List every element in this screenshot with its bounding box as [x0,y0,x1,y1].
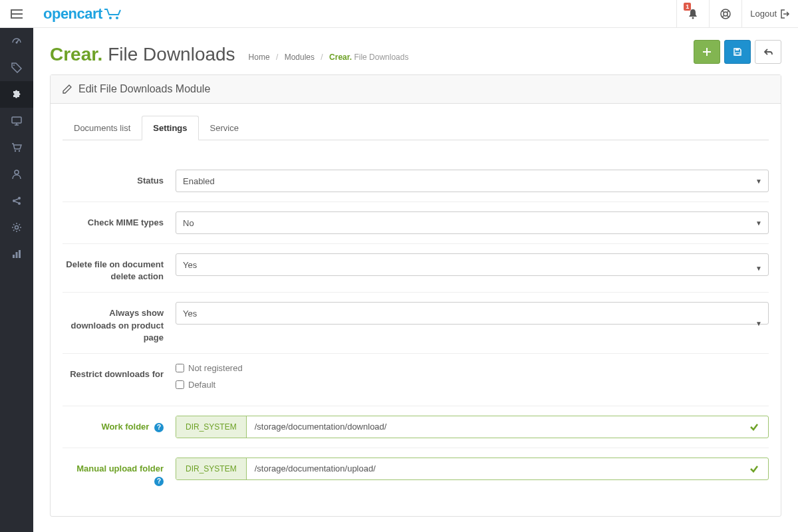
sidebar-system[interactable] [0,214,33,241]
checkbox-default[interactable] [176,380,184,389]
svg-point-15 [13,65,15,66]
main: Crear. File Downloads Home / Modules / C… [33,28,798,532]
svg-point-20 [19,150,20,152]
label-always-show: Always show downloads on product page [63,302,176,344]
page-title-prefix: Crear. [50,44,102,65]
svg-rect-29 [16,252,18,258]
logout-icon [781,9,790,19]
select-always-show[interactable]: Yes [176,302,769,325]
sidebar [0,28,33,532]
save-button[interactable] [724,40,751,64]
sidebar-extensions[interactable] [0,81,33,108]
reply-icon [763,47,773,57]
field-delete: Delete file on document delete action Ye… [63,244,769,293]
work-folder-input-group: DIR_SYSTEM [176,416,769,438]
svg-rect-1 [11,13,23,15]
label-mime: Check MIME types [63,211,176,234]
field-work-folder: Work folder ? DIR_SYSTEM [63,406,769,448]
svg-rect-2 [11,17,23,19]
svg-rect-30 [19,250,21,258]
header-actions [694,40,781,65]
dashboard-icon [11,36,22,47]
svg-point-21 [15,170,19,174]
menu-toggle-button[interactable] [0,0,33,28]
header-right: 1 Logout [676,0,798,28]
field-restrict: Restrict downloads for Not registered De… [63,354,769,406]
help-icon[interactable]: ? [154,477,164,486]
sidebar-dashboard[interactable] [0,28,33,55]
breadcrumb-modules[interactable]: Modules [285,53,315,62]
lifebuoy-icon [720,9,731,19]
field-upload-folder: Manual upload folder ? DIR_SYSTEM [63,448,769,496]
select-delete[interactable]: Yes [176,253,769,276]
notifications-button[interactable]: 1 [676,0,709,28]
save-icon [733,47,742,57]
top-header: opencart 1 Logout [0,0,798,28]
back-button[interactable] [755,40,781,64]
label-restrict: Restrict downloads for [63,363,176,396]
field-always-show: Always show downloads on product page Ye… [63,293,769,354]
upload-folder-input[interactable] [247,458,740,479]
svg-point-4 [109,17,112,19]
layout: Crear. File Downloads Home / Modules / C… [0,28,798,532]
page-title: Crear. File Downloads [50,44,235,65]
svg-line-9 [722,11,724,13]
svg-rect-16 [12,117,21,123]
upload-folder-prefix: DIR_SYSTEM [176,458,247,479]
svg-line-12 [728,15,730,17]
check-icon [740,458,768,479]
puzzle-icon [11,89,22,100]
sidebar-marketing[interactable] [0,188,33,214]
field-status: Status Enabled ▼ [63,160,769,202]
svg-point-27 [15,226,19,229]
tab-service[interactable]: Service [199,116,250,140]
svg-rect-3 [11,9,12,19]
sidebar-reports[interactable] [0,241,33,267]
logout-button[interactable]: Logout [741,0,798,28]
chart-icon [11,249,22,259]
svg-line-10 [728,11,730,13]
help-button[interactable] [709,0,741,28]
gear-icon [11,222,22,233]
work-folder-prefix: DIR_SYSTEM [176,416,247,438]
checkbox-label: Default [188,380,215,390]
label-status: Status [63,170,176,192]
sidebar-design[interactable] [0,108,33,134]
monitor-icon [11,116,22,126]
restrict-opt-default[interactable]: Default [176,380,769,390]
panel-body: Documents list Settings Service Status E… [51,104,781,516]
notif-badge: 1 [684,3,691,11]
logo[interactable]: opencart [33,5,122,23]
svg-rect-28 [13,255,15,258]
sidebar-customers[interactable] [0,161,33,188]
restrict-opt-not-registered[interactable]: Not registered [176,363,769,373]
sidebar-catalog[interactable] [0,55,33,81]
help-icon[interactable]: ? [154,423,164,432]
tab-documents[interactable]: Documents list [63,116,142,140]
work-folder-input[interactable] [247,416,740,438]
panel-heading-text: Edit File Downloads Module [78,83,210,95]
select-mime[interactable]: No [176,211,769,234]
upload-folder-input-group: DIR_SYSTEM [176,458,769,480]
sidebar-sales[interactable] [0,134,33,161]
svg-point-19 [15,150,16,152]
svg-line-26 [15,201,19,203]
add-button[interactable] [694,40,720,64]
checkbox-label: Not registered [188,363,243,373]
tabs: Documents list Settings Service [63,116,769,140]
check-icon [740,416,768,438]
page-header: Crear. File Downloads Home / Modules / C… [33,28,798,74]
checkbox-not-registered[interactable] [176,364,184,372]
svg-rect-0 [11,9,23,11]
plus-icon [702,47,712,57]
tab-settings[interactable]: Settings [142,116,198,140]
breadcrumb-home[interactable]: Home [249,53,270,62]
svg-line-25 [15,199,19,200]
pencil-icon [63,84,72,94]
share-icon [11,196,22,206]
label-delete: Delete file on document delete action [63,253,176,283]
select-status[interactable]: Enabled [176,170,769,192]
cart-icon [104,8,122,20]
svg-point-14 [16,42,18,44]
label-work-folder: Work folder ? [63,416,176,438]
